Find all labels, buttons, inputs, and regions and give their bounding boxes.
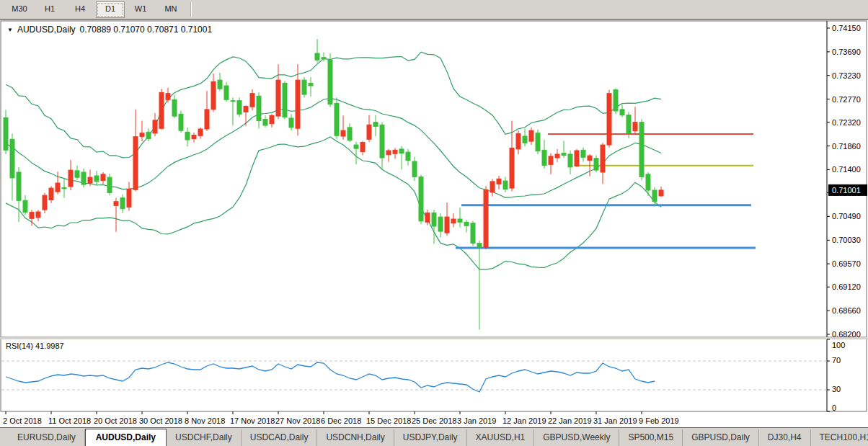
candle-bear xyxy=(315,53,319,60)
chart-tab-usdcad-daily[interactable]: USDCAD,Daily xyxy=(242,429,318,446)
candle-bear xyxy=(94,176,99,182)
rsi-indicator-label: RSI(14) 41.9987 xyxy=(6,342,64,350)
date-axis-label: 30 Oct 2018 xyxy=(139,416,182,425)
chart-symbol-label: AUDUSD,Daily xyxy=(17,24,76,35)
candle-bull xyxy=(250,94,254,107)
rsi-axis-label: 0 xyxy=(832,403,836,412)
chart-tab-gbpusd-weekly[interactable]: GBPUSD,Weekly xyxy=(534,429,619,446)
candle-bull xyxy=(166,94,170,100)
candle-bear xyxy=(399,149,404,153)
candle-bull xyxy=(127,189,131,208)
timeframe-button-h4[interactable]: H4 xyxy=(66,1,94,18)
candle-bull xyxy=(101,174,105,181)
candle-bull xyxy=(516,133,521,148)
candle-bear xyxy=(412,161,417,177)
candle-bull xyxy=(607,94,611,145)
candle-bear xyxy=(568,154,572,167)
candle-bear xyxy=(652,190,657,202)
date-axis-label: 25 Dec 2018 xyxy=(412,416,456,425)
candle-bull xyxy=(49,188,53,200)
candle-bear xyxy=(10,139,14,178)
chart-tab-usdcnh-daily[interactable]: USDCNH,Daily xyxy=(317,429,394,446)
chart-tab-usdjpy-daily[interactable]: USDJPY,Daily xyxy=(394,429,467,446)
candle-bull xyxy=(341,130,345,136)
candle-bull xyxy=(198,129,203,135)
chart-tab-eurusd-daily[interactable]: EURUSD,Daily xyxy=(9,429,85,446)
chart-window[interactable]: 0.741500.736900.732300.727700.723200.718… xyxy=(0,19,868,427)
date-axis-label: 6 Dec 2018 xyxy=(321,416,361,425)
timeframe-button-m30[interactable]: M30 xyxy=(5,1,34,18)
candle-bear xyxy=(328,60,332,104)
chevron-down-icon: ▼ xyxy=(7,27,13,33)
candle-bull xyxy=(296,80,300,128)
candle-bear xyxy=(503,181,508,189)
candle-bull xyxy=(140,133,144,137)
candle-bear xyxy=(263,119,267,125)
pane-separator[interactable] xyxy=(0,337,868,339)
candle-bull xyxy=(484,189,488,247)
candle-bull xyxy=(88,177,92,183)
date-axis-label: 9 Feb 2019 xyxy=(639,416,679,425)
candle-bear xyxy=(620,110,624,115)
candle-bull xyxy=(529,130,533,141)
candle-bear xyxy=(218,80,222,89)
candle-bear xyxy=(75,171,79,177)
candle-bear xyxy=(172,99,177,116)
candle-bear xyxy=(283,83,287,117)
candle-bear xyxy=(594,159,598,170)
price-axis-label: 0.72770 xyxy=(832,95,861,104)
chart-tab-xauusd-h1[interactable]: XAUUSD,H1 xyxy=(467,429,535,446)
price-axis-label: 0.71860 xyxy=(832,142,861,151)
candle-bear xyxy=(62,187,66,188)
candle-bull xyxy=(451,219,456,223)
candle-bear xyxy=(17,172,21,200)
candle-bear xyxy=(373,122,378,127)
candle-bull xyxy=(205,110,209,129)
chart-tab-audusd-daily[interactable]: AUDUSD,Daily xyxy=(85,429,167,446)
date-axis-label: 12 Jan 2019 xyxy=(502,416,546,425)
current-price-label: 0.71001 xyxy=(832,186,861,195)
candle-bull xyxy=(244,107,248,112)
candle-bear xyxy=(562,153,566,156)
timeframe-button-d1[interactable]: D1 xyxy=(96,1,125,18)
date-axis-label: 22 Jan 2019 xyxy=(548,416,592,425)
candle-bull xyxy=(211,81,216,110)
chart-tab-sp500-m15[interactable]: SP500,M15 xyxy=(619,429,683,446)
chart-tab-usdchf-daily[interactable]: USDCHF,Daily xyxy=(167,429,242,446)
price-axis-label: 0.73230 xyxy=(832,71,861,80)
chart-title: ▼ AUDUSD,Daily 0.70889 0.71070 0.70871 0… xyxy=(7,24,212,35)
candle-bear xyxy=(477,244,482,247)
timeframe-button-w1[interactable]: W1 xyxy=(126,1,155,18)
chart-tab-tech100-h1[interactable]: TECH100,H1 xyxy=(811,429,868,446)
candle-bear xyxy=(626,115,631,133)
candle-bear xyxy=(419,177,423,220)
candle-bull xyxy=(367,125,371,139)
candle-bear xyxy=(347,128,352,141)
candle-bear xyxy=(471,223,475,244)
candle-bear xyxy=(81,172,86,184)
candle-bull xyxy=(386,151,391,155)
chart-tab-gbpusd-daily[interactable]: GBPUSD,Daily xyxy=(683,429,759,446)
candle-bear xyxy=(646,174,650,190)
candle-bear xyxy=(542,150,546,165)
timeframe-button-h1[interactable]: H1 xyxy=(35,1,64,18)
candle-bear xyxy=(224,86,229,99)
candle-bear xyxy=(322,58,326,59)
candle-bear xyxy=(107,177,112,192)
chart-tab-dj30-h4[interactable]: DJ30,H4 xyxy=(759,429,811,446)
candle-bear xyxy=(458,219,462,222)
candle-bear xyxy=(438,217,443,231)
candle-bull xyxy=(270,115,274,123)
date-axis-label: 2 Oct 2018 xyxy=(3,416,42,425)
price-axis-label: 0.70030 xyxy=(832,236,861,244)
timeframe-button-mn[interactable]: MN xyxy=(156,1,185,18)
candle-bull xyxy=(192,135,196,139)
candle-bear xyxy=(335,103,339,135)
date-axis-label: 17 Nov 2018 xyxy=(230,416,275,425)
candle-bull xyxy=(601,145,605,172)
candle-bull xyxy=(56,183,60,192)
candle-bear xyxy=(231,101,235,102)
price-chart-canvas[interactable]: 0.741500.736900.732300.727700.723200.718… xyxy=(0,20,868,427)
candle-bull xyxy=(153,120,157,133)
candle-bear xyxy=(146,132,151,138)
